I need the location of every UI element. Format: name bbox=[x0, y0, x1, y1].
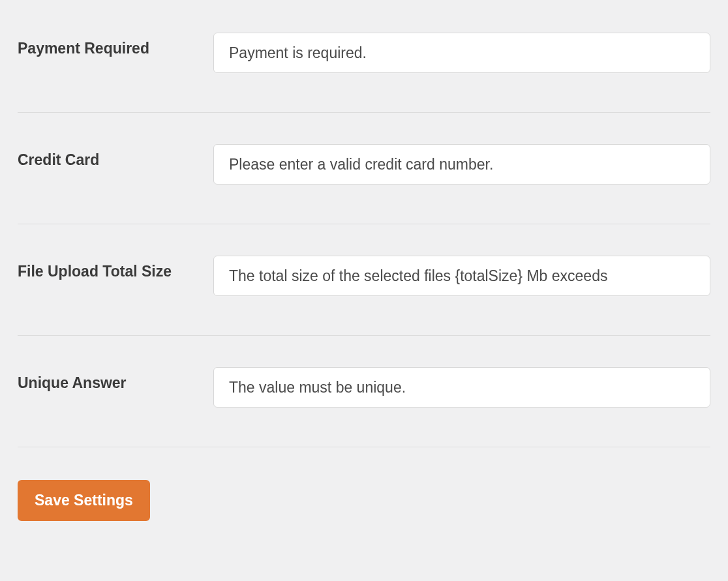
actions-row: Save Settings bbox=[18, 447, 710, 521]
save-settings-button[interactable]: Save Settings bbox=[18, 480, 150, 521]
field-row-file-upload-total-size: File Upload Total Size bbox=[18, 224, 710, 336]
file-upload-total-size-label: File Upload Total Size bbox=[18, 256, 213, 282]
field-input-wrap bbox=[213, 256, 710, 296]
payment-required-label: Payment Required bbox=[18, 33, 213, 59]
credit-card-input[interactable] bbox=[213, 144, 710, 185]
unique-answer-label: Unique Answer bbox=[18, 367, 213, 393]
unique-answer-input[interactable] bbox=[213, 367, 710, 408]
settings-form: Payment Required Credit Card File Upload… bbox=[18, 0, 710, 521]
field-row-credit-card: Credit Card bbox=[18, 113, 710, 224]
field-row-payment-required: Payment Required bbox=[18, 0, 710, 113]
field-row-unique-answer: Unique Answer bbox=[18, 336, 710, 447]
field-input-wrap bbox=[213, 33, 710, 73]
payment-required-input[interactable] bbox=[213, 33, 710, 73]
credit-card-label: Credit Card bbox=[18, 144, 213, 170]
file-upload-total-size-input[interactable] bbox=[213, 256, 710, 296]
field-input-wrap bbox=[213, 367, 710, 408]
field-input-wrap bbox=[213, 144, 710, 185]
